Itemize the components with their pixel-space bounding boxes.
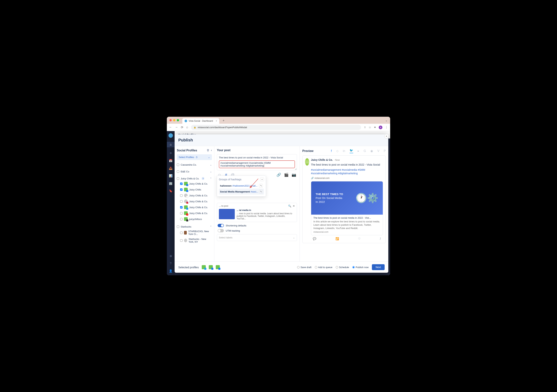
nav-calendar-icon[interactable]: 📅 — [169, 159, 172, 162]
chevron-up-icon: ⌃ — [210, 177, 212, 180]
profile-checkbox[interactable] — [180, 232, 182, 234]
nav-help-icon[interactable]: ? — [170, 262, 172, 265]
group-cassandra[interactable]: Cassandra Co. ⌄ — [177, 163, 212, 167]
publish-now-option[interactable]: Publish now — [352, 266, 369, 269]
collapse-icon[interactable]: ‹ — [211, 149, 212, 152]
profile-item[interactable]: Juicy Chills & Co. — [180, 204, 212, 210]
retweet-icon[interactable]: 🔁 — [336, 237, 339, 240]
forward-button[interactable]: → — [175, 126, 178, 129]
selected-profile-avatar[interactable] — [209, 265, 213, 269]
back-button[interactable]: ← — [169, 126, 172, 129]
labels-select[interactable]: Select labels ⌄ — [217, 234, 297, 241]
camera-icon[interactable]: 📷 — [292, 173, 296, 177]
nav-home-icon[interactable]: ⌂ — [167, 142, 175, 147]
resize-handle[interactable]: ◢ — [295, 168, 296, 170]
add-to-queue-option[interactable]: Add to queue — [315, 266, 332, 269]
profile-checkbox[interactable] — [180, 183, 182, 185]
nav-building-icon[interactable]: 🏢 — [169, 182, 172, 185]
card-illustration: 🕐⚙️ — [355, 193, 378, 203]
filter-icon[interactable]: ⚲ — [207, 149, 209, 152]
preview-linkedin-tab[interactable]: in — [343, 149, 345, 153]
address-bar[interactable]: 🔒 vistasocial.com/dashboard?openPublishM… — [191, 125, 361, 130]
profile-avatar[interactable]: A — [379, 126, 382, 129]
preview-pinterest-tab[interactable]: P — [384, 149, 386, 153]
video-icon[interactable]: 🎬 — [284, 173, 289, 177]
profile-checkbox[interactable] — [180, 188, 182, 191]
nav-tag-icon[interactable]: 🔖 — [169, 189, 172, 193]
profile-item[interactable]: STARBUCKS, New York Ci... — [180, 229, 212, 237]
close-window-button[interactable] — [169, 119, 172, 121]
preview-google-tab[interactable]: G — [364, 149, 366, 153]
preview-vimeo-tab[interactable]: V — [377, 149, 379, 153]
minimize-window-button[interactable] — [173, 119, 175, 121]
hashtag-group-item[interactable]: Social Media Management #soci... ✎ — [219, 189, 264, 194]
nav-analytics-icon[interactable]: 📊 — [169, 174, 172, 177]
schedule-option[interactable]: Schedule — [336, 266, 349, 269]
save-draft-option[interactable]: Save draft — [297, 266, 311, 269]
group-checkbox[interactable] — [177, 164, 179, 166]
profile-item[interactable]: GJuicy Chills & Co. — [180, 192, 212, 198]
preview-reddit-tab[interactable]: ◉ — [370, 149, 373, 153]
profile-item[interactable]: Starbucks - New York, NY — [180, 237, 212, 244]
edit-group-icon[interactable]: ✎ — [259, 184, 263, 188]
selected-profile-avatar[interactable] — [202, 265, 206, 269]
reply-icon[interactable]: 💬 — [313, 237, 316, 240]
app-logo[interactable] — [169, 133, 173, 138]
home-button[interactable]: ⌂ — [186, 126, 188, 129]
like-icon[interactable]: ♡ — [358, 237, 360, 240]
group-checkbox[interactable] — [177, 170, 179, 173]
profile-checkbox[interactable] — [180, 200, 182, 203]
kebab-menu-icon[interactable]: ⋮ — [385, 126, 388, 129]
close-modal-button[interactable]: × — [384, 134, 388, 138]
window-menu-chevron[interactable]: ⌄ — [385, 119, 388, 122]
utm-toggle[interactable] — [218, 229, 224, 232]
shortening-toggle[interactable] — [218, 224, 224, 227]
profile-item[interactable]: juicychillsco — [180, 216, 212, 222]
profile-item[interactable]: fJuicy Chills — [180, 187, 212, 192]
extensions-icon[interactable]: ✦ — [374, 126, 376, 129]
post-editor[interactable]: The best times to post on social media i… — [217, 154, 297, 170]
profile-item[interactable]: fJuicy Chills & Co. — [180, 181, 212, 187]
preview-youtube-tab[interactable]: ▸ — [358, 149, 359, 153]
nav-user-icon[interactable]: 👤 — [169, 269, 172, 273]
tweet-link-card[interactable]: THE BEST TIMES TO Post On Social Media I… — [311, 181, 383, 235]
group-ee[interactable]: E&E Co ⌄ — [177, 169, 212, 174]
nav-add-icon[interactable]: ⊕ — [170, 254, 172, 258]
preview-instagram-tab[interactable]: ◇ — [336, 149, 338, 153]
profile-item[interactable]: Juicy Chills & Co. — [180, 198, 212, 204]
profiles-title: Social Profiles — [177, 149, 197, 152]
close-tab-icon[interactable]: × — [216, 120, 217, 122]
nav-inbox-icon[interactable]: 📥 — [169, 167, 172, 170]
share-icon[interactable]: ⇧ — [364, 126, 366, 129]
remove-link-icon[interactable]: ✕ — [293, 204, 295, 208]
browser-tab[interactable]: Vista Social - Dashboard × — [182, 118, 219, 124]
profile-checkbox[interactable] — [180, 206, 182, 208]
group-checkbox[interactable] — [177, 177, 179, 180]
profile-checkbox[interactable] — [180, 194, 182, 197]
share-icon[interactable]: ⤴ — [380, 237, 381, 240]
selected-profile-avatar[interactable] — [216, 265, 220, 269]
profile-checkbox[interactable] — [180, 239, 182, 242]
select-profiles-dropdown[interactable]: Select Profiles · 3 ⌄ — [177, 154, 212, 160]
profile-item[interactable]: ▸Juicy Chills & Co. — [180, 210, 212, 216]
maximize-window-button[interactable] — [177, 119, 179, 121]
search-link-icon[interactable]: 🔍 — [288, 204, 291, 208]
new-tab-button[interactable]: + — [222, 119, 225, 123]
bookmark-icon[interactable]: ☆ — [369, 126, 371, 129]
group-starbucks[interactable]: Starbucks ⌃ — [177, 224, 212, 229]
link-icon[interactable]: 🔗 — [277, 173, 281, 177]
profile-checkbox[interactable] — [180, 218, 182, 220]
link-icon: 🔗 — [311, 177, 314, 179]
next-button[interactable]: Next — [372, 264, 385, 270]
edit-group-icon[interactable]: ✎ — [259, 190, 263, 193]
profile-checkbox[interactable] — [180, 212, 182, 215]
add-group-button[interactable]: + — [260, 177, 264, 181]
nav-send-icon[interactable]: ✈ — [170, 151, 172, 155]
reload-button[interactable]: ⟳ — [181, 126, 183, 129]
group-checkbox[interactable] — [177, 225, 179, 228]
profile-avatar — [184, 217, 188, 221]
preview-twitter-tab[interactable]: 🐦 — [350, 149, 353, 153]
preview-facebook-tab[interactable]: f — [331, 149, 332, 153]
hashtag-group-item[interactable]: halloween #halloween2021 #hall... ✎ — [219, 183, 264, 189]
group-juicy[interactable]: Juicy Chills & Co. 3 ⌃ — [177, 176, 212, 181]
